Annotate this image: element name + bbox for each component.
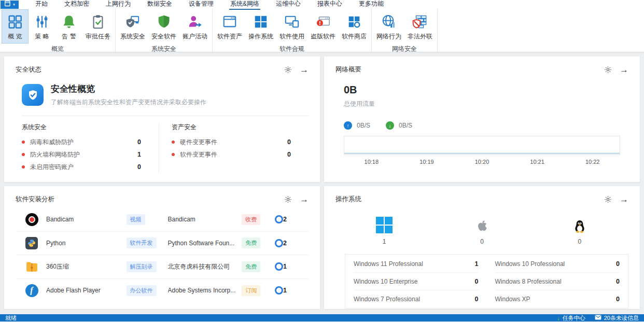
list-item-adobe-flash[interactable]: f Adobe Flash Player 办公软件 Adobe Systems … [16,279,309,303]
ribbon-button-security-software[interactable]: 安全软件 [148,9,179,44]
tab-ops-center[interactable]: 运维中心 [268,0,309,10]
shield-monitor-icon [125,13,141,30]
os-version-label: Windows 10 Professional [495,260,565,268]
tab-web-behavior[interactable]: 上网行为 [97,0,139,10]
firewall-block-icon [412,13,428,30]
arrow-right-icon[interactable]: → [300,65,309,74]
price-badge: 免费 [242,261,260,272]
upload-rate-value: 0B/S [357,122,370,129]
tab-device-management[interactable]: 设备管理 [180,0,222,10]
app-menu-button[interactable]: ▾ [1,1,19,9]
panel-title: 操作系统 [335,195,361,204]
ribbon-group-software-compliance: 软件资产 操作系统 软件使用 [213,9,372,52]
gear-icon[interactable] [604,195,612,203]
gear-icon[interactable] [284,195,292,203]
list-item-360zip[interactable]: 360压缩 解压刻录 北京奇虎科技有限公司 免费 1 [16,255,309,279]
security-overview-title: 安全性概览 [51,83,206,95]
ribbon-button-policy[interactable]: 策 略 [29,9,55,44]
ribbon-button-pirated-software[interactable]: 盗版软件 [307,9,339,44]
unread-messages-button[interactable]: 20条未读信息 [595,314,639,321]
divider [22,116,309,116]
list-item-python[interactable]: Python 软件开发 Python Software Foun... 免费 2 [16,232,309,256]
metric-value: 0 [137,163,141,171]
total-traffic-value: 0B [344,84,628,96]
ribbon-button-approval-tasks[interactable]: 审批任务 [82,9,114,44]
alert-dot-icon [22,153,25,156]
os-version-count: 0 [616,296,620,303]
column-title: 资产安全 [172,123,291,132]
squares-icon [253,13,269,30]
download-arrow-icon: ↓ [386,121,394,130]
os-version-label: Windows XP [495,296,530,303]
ribbon-button-system-security[interactable]: 系统安全 [117,9,148,44]
ribbon-button-overview[interactable]: 概 览 [2,9,29,44]
sliders-icon [34,13,50,30]
message-icon [595,314,601,321]
table-row: Windows 11 Professional 1 [354,255,479,273]
panel-title: 网络概要 [335,65,361,74]
platform-linux: 0 [531,215,628,245]
metric-label: 硬件变更事件 [180,138,217,147]
os-version-count: 0 [475,278,479,285]
software-vendor: Bandicam [168,216,242,223]
menu-bar: ▾ 开始 文档加密 上网行为 数据安全 设备管理 系统&网络 运维中心 报表中心… [0,0,644,9]
ribbon-group-label: 软件合规 [214,44,370,56]
task-center-button[interactable]: ↓ 任务中心 [557,314,585,321]
metric-row: 防火墙和网络防护 1 [22,148,141,161]
panel-operating-system: 操作系统 → 1 0 [324,186,640,309]
ribbon-button-illegal-connection[interactable]: 非法外联 [404,9,436,44]
grid-icon [7,13,23,30]
ribbon-group-network-security: 网络行为 非法外联 网络安全 [372,9,438,52]
task-center-label: 任务中心 [563,314,585,321]
gear-icon[interactable] [284,66,292,74]
download-rate: ↓ 0B/S [386,121,412,130]
arrow-right-icon[interactable]: → [620,65,628,74]
panel-title: 软件安装分析 [16,195,54,204]
platform-apple: 0 [433,215,530,245]
list-item-bandicam[interactable]: Bandicam 视频 Bandicam 收费 2 [16,208,309,232]
ribbon-toolbar: 概 览 策 略 告 警 [0,9,644,52]
platform-count: 0 [578,238,581,245]
tab-system-network[interactable]: 系统&网络 [222,0,268,10]
ribbon-button-software-usage[interactable]: 软件使用 [276,9,307,44]
ribbon-button-network-behavior[interactable]: 网络行为 [373,9,404,44]
ribbon-button-software-assets[interactable]: 软件资产 [214,9,245,44]
alert-dot-icon [22,165,25,169]
ribbon-group-label: 网络安全 [373,44,436,56]
ribbon-button-alerts[interactable]: 告 警 [55,9,82,44]
security-overview-description: 了解终端当前系统安全性和资产变更情况并采取必要操作 [51,98,206,107]
app-header: ▾ 开始 文档加密 上网行为 数据安全 设备管理 系统&网络 运维中心 报表中心… [0,0,644,52]
tab-more-features[interactable]: 更多功能 [351,0,392,10]
main-menu-tabs: 开始 文档加密 上网行为 数据安全 设备管理 系统&网络 运维中心 报表中心 更… [27,0,392,10]
window-icon [222,13,237,30]
metric-value: 0 [137,138,141,146]
clipboard-check-icon [90,13,106,30]
column-title: 系统安全 [22,123,141,132]
tab-doc-encryption[interactable]: 文档加密 [56,0,97,10]
category-badge: 视频 [127,214,145,225]
metric-row: 未启用密码账户 0 [22,161,141,173]
panel-network-summary: 网络概要 → 0B 总使用流量 ↑ 0B/S ↓ 0B/S [324,57,640,182]
system-security-column: 系统安全 病毒和威胁防护 0 防火墙和网络防护 1 未启用密码账户 [22,123,159,173]
table-row: Windows 10 Professional 0 [495,255,620,273]
ribbon-button-software-store[interactable]: 软件商店 [339,9,370,44]
software-vendor: Adobe Systems Incorp... [168,287,242,294]
install-count: 1 [283,287,287,294]
table-row: Windows 7 Professional 0 [354,290,479,307]
arrow-right-icon[interactable]: → [620,195,628,204]
ribbon-button-account-activity[interactable]: 账户活动 [179,9,211,44]
metric-row: 软件变更事件 0 [172,148,291,161]
donut-chart-icon [275,215,283,223]
tab-data-security[interactable]: 数据安全 [139,0,180,10]
donut-chart-icon [275,286,283,295]
caret-down-icon: ▾ [13,3,15,6]
alert-dot-icon [172,153,175,156]
gear-icon[interactable] [604,66,612,74]
arrow-right-icon[interactable]: → [300,195,309,204]
platform-count: 0 [480,238,484,245]
monitors-icon [284,13,300,30]
tab-home[interactable]: 开始 [27,0,56,10]
tab-report-center[interactable]: 报表中心 [309,0,351,10]
x-tick: 10:19 [399,159,455,165]
ribbon-button-operating-system[interactable]: 操作系统 [245,9,276,44]
